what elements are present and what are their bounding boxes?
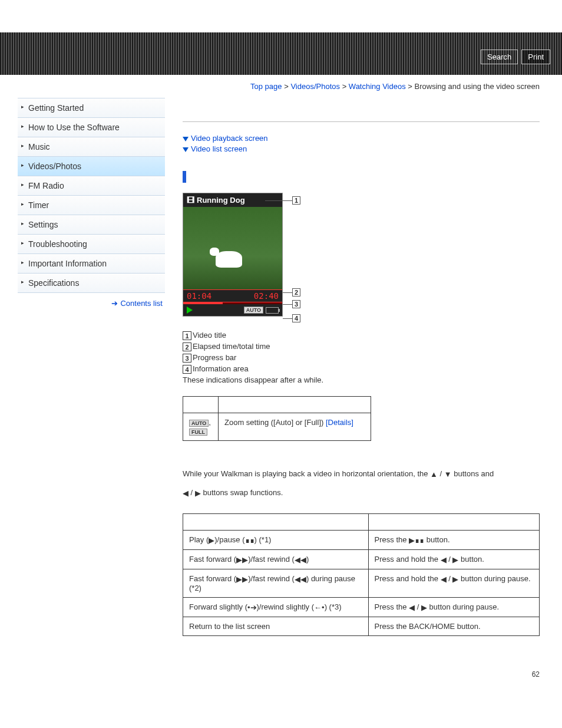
divider: [183, 121, 540, 122]
section-marker: [183, 171, 186, 183]
op2-c: ): [306, 555, 309, 564]
arrow-right-icon: ➔: [111, 299, 118, 308]
op4-e: button during pause.: [427, 602, 499, 611]
op1-e: button.: [424, 535, 449, 544]
right-icon: ▶: [421, 603, 427, 612]
crumb-sub[interactable]: Watching Videos: [349, 82, 406, 91]
nav-important-info[interactable]: Important Information: [18, 254, 165, 274]
op2-b: )/fast rewind (: [248, 555, 295, 564]
callout-4: 4: [292, 314, 300, 322]
op4-a: Forward slightly (: [189, 602, 247, 611]
left-icon: ◀: [409, 603, 415, 612]
device-screenshot: 🎞Running Dog 01:0402:40 AUTO 1 2 3 4: [183, 193, 300, 317]
triangle-down-icon: [183, 137, 189, 141]
nav-music[interactable]: Music: [18, 137, 165, 157]
crumb-top[interactable]: Top page: [250, 82, 282, 91]
print-button[interactable]: Print: [521, 50, 550, 64]
ff-icon: ▶▶: [236, 575, 248, 584]
left-icon: ◀: [441, 555, 447, 564]
elapsed-time: 01:04: [187, 291, 211, 301]
zoom-table: AUTO, FULL Zoom setting ([Auto] or [Full…: [183, 396, 371, 441]
header-band: Search Print: [0, 32, 562, 75]
auto-badge-cell: AUTO: [189, 420, 209, 427]
operations-table: Play (▶)/pause (∎∎) (*1) Press the ▶∎∎ b…: [183, 513, 540, 636]
orientation-text-1: While your Walkman is playing back a vid…: [183, 469, 430, 478]
rw-icon: ◀◀: [295, 575, 306, 584]
op4-b: )/rewind slightly (: [257, 602, 315, 611]
op3-e: button during pause.: [458, 574, 530, 583]
pause-glyph-icon: ∎∎: [245, 536, 254, 545]
op3-d: Press and hold the: [375, 574, 441, 583]
zoom-details-link[interactable]: [Details]: [326, 418, 353, 427]
op2-a: Fast forward (: [189, 555, 236, 564]
crumb-cat[interactable]: Videos/Photos: [290, 82, 340, 91]
legend-4: Information area: [193, 364, 249, 373]
main-content: Video playback screen Video list screen …: [183, 98, 540, 647]
search-button[interactable]: Search: [481, 50, 518, 64]
nav-troubleshooting[interactable]: Troubleshooting: [18, 235, 165, 254]
op4-c: ) (*3): [325, 602, 342, 611]
play-icon: [187, 307, 193, 314]
page-number: 62: [0, 670, 562, 690]
legend-3: Progress bar: [193, 353, 236, 362]
anchor-playback-screen[interactable]: Video playback screen: [191, 134, 268, 143]
op2-d: Press and hold the: [375, 555, 441, 564]
legend-2: Elapsed time/total time: [193, 342, 270, 351]
up-icon: ▲: [430, 465, 438, 483]
nav-fm-radio[interactable]: FM Radio: [18, 176, 165, 196]
op1-a: Play (: [189, 535, 209, 544]
contents-list-link[interactable]: Contents list: [120, 299, 163, 308]
play-glyph-icon: ▶: [209, 536, 214, 545]
callout-2: 2: [292, 288, 300, 297]
right-icon: ▶: [452, 555, 458, 564]
right-icon: ▶: [195, 484, 201, 502]
auto-badge: AUTO: [244, 307, 263, 314]
op1-b: )/pause (: [214, 535, 244, 544]
orientation-text-2: buttons and: [454, 469, 494, 478]
nav-settings[interactable]: Settings: [18, 215, 165, 235]
anchor-list-screen[interactable]: Video list screen: [191, 144, 247, 153]
dog-graphic: [216, 251, 242, 268]
nav-getting-started[interactable]: Getting Started: [18, 98, 165, 118]
full-badge-cell: FULL: [189, 429, 207, 436]
op1-d: Press the: [375, 535, 409, 544]
sidebar: Getting Started How to Use the Software …: [18, 98, 165, 647]
right-icon: ▶: [452, 575, 458, 584]
total-time: 02:40: [254, 291, 279, 301]
rew-slight-icon: ←•: [314, 603, 325, 612]
legend-list: 1Video title 2Elapsed time/total time 3P…: [183, 331, 540, 384]
breadcrumb: Top page > Videos/Photos > Watching Vide…: [0, 75, 562, 98]
nav-specifications[interactable]: Specifications: [18, 274, 165, 293]
legend-note: These indications disappear after a whil…: [183, 375, 540, 384]
callout-1: 1: [292, 196, 300, 205]
left-icon: ◀: [441, 575, 447, 584]
play-pause-button-icon: ▶∎∎: [409, 536, 424, 545]
op5-a: Return to the list screen: [183, 617, 369, 635]
video-title-text: Running Dog: [197, 196, 245, 205]
nav-timer[interactable]: Timer: [18, 196, 165, 215]
op2-e: button.: [458, 555, 484, 564]
ff-icon: ▶▶: [236, 555, 248, 564]
op1-c: ) (*1): [254, 535, 272, 544]
callout-3: 3: [292, 300, 300, 308]
legend-1: Video title: [193, 331, 226, 340]
film-icon: 🎞: [187, 196, 194, 205]
crumb-current: Browsing and using the video screen: [415, 82, 540, 91]
zoom-desc: Zoom setting ([Auto] or [Full]): [224, 418, 326, 427]
op5-b: Press the BACK/HOME button.: [368, 617, 539, 635]
rw-icon: ◀◀: [295, 555, 306, 564]
op3-b: )/fast rewind (: [248, 574, 295, 583]
fwd-slight-icon: •➔: [247, 603, 257, 612]
nav-videos-photos[interactable]: Videos/Photos: [18, 157, 165, 176]
left-icon: ◀: [183, 484, 189, 502]
nav-how-to-use[interactable]: How to Use the Software: [18, 118, 165, 137]
down-icon: ▼: [444, 465, 452, 483]
battery-icon: [266, 307, 279, 314]
op3-a: Fast forward (: [189, 574, 236, 583]
triangle-down-icon: [183, 147, 189, 152]
orientation-text-3: buttons swap functions.: [203, 488, 283, 497]
op4-d: Press the: [375, 602, 409, 611]
